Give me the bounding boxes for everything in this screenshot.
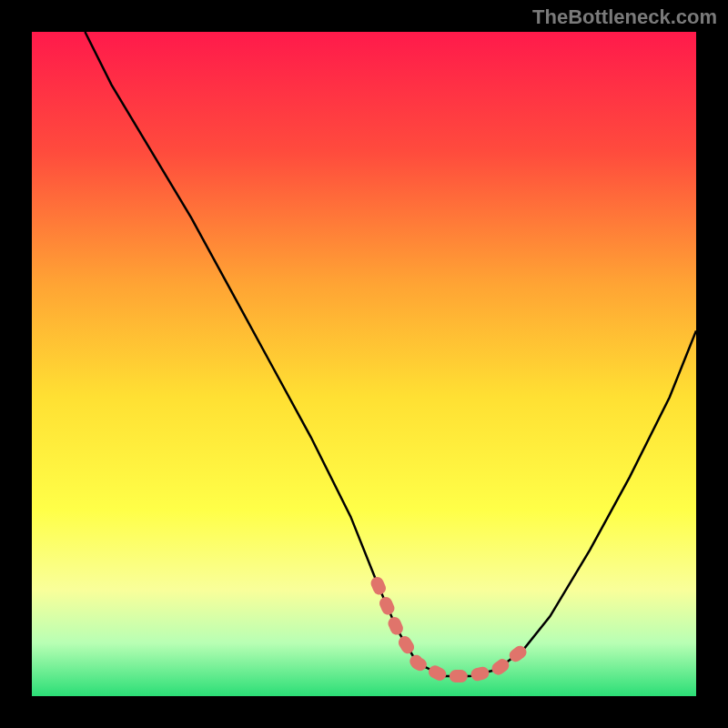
- watermark-text: TheBottleneck.com: [532, 5, 717, 29]
- gradient-background: [32, 32, 696, 696]
- chart-area: [32, 32, 696, 696]
- chart-svg: [32, 32, 696, 696]
